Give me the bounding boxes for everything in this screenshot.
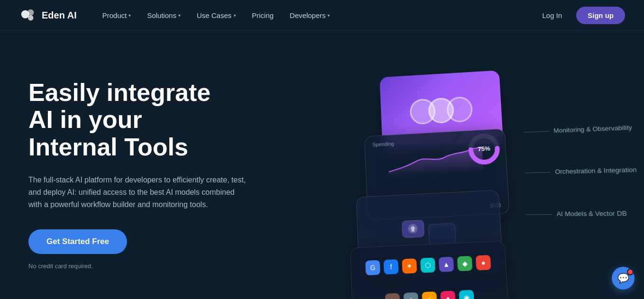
nav-item-developers[interactable]: Developers ▾ — [283, 8, 336, 23]
layer-bottom-card: G f ✦ ⬡ ▲ ◆ ● ☁ ★ ⚡ ♦ ◉ — [350, 241, 509, 299]
chat-widget[interactable]: 💬 — [612, 267, 635, 290]
chevron-down-icon: ▾ — [128, 13, 131, 18]
icon-dot: G — [365, 260, 380, 275]
signup-button[interactable]: Sign up — [576, 7, 625, 24]
donut-svg: 75% — [466, 132, 501, 166]
hero-title: Easily integrate AI in your Internal Too… — [28, 79, 275, 161]
nav-item-solutions[interactable]: Solutions ▾ — [140, 8, 187, 23]
label-monitoring: Monitoring & Observability — [553, 124, 634, 134]
icon-dot: ◉ — [459, 290, 474, 299]
icon-dot: ✦ — [402, 259, 417, 274]
label-orchestration: Orchestration & Integration — [554, 166, 636, 175]
logo-circles — [409, 96, 472, 125]
nav-actions: Log In Sign up — [535, 7, 625, 24]
get-started-button[interactable]: Get Started Free — [28, 229, 127, 254]
label-ai-models: AI Models & Vector DB — [556, 209, 640, 218]
svg-text:75%: 75% — [478, 145, 490, 153]
hero-description: The full-stack AI platform for developer… — [28, 174, 246, 211]
side-labels: Monitoring & Observability Orchestration… — [553, 124, 639, 217]
brand-name: Eden AI — [42, 10, 77, 21]
hero-visual: Spending — [275, 50, 616, 299]
nav-item-use-cases[interactable]: Use Cases ▾ — [190, 8, 242, 23]
donut-chart: 75% — [466, 132, 501, 168]
no-credit-card-text: No credit card required. — [28, 263, 275, 270]
icon-dot: f — [383, 259, 399, 274]
login-button[interactable]: Log In — [535, 8, 569, 23]
iso-stack: Spending — [352, 64, 546, 289]
icon-dot: ▲ — [438, 257, 454, 272]
chat-icon: 💬 — [617, 272, 629, 284]
icon-dot: ● — [475, 255, 491, 271]
hero-text: Easily integrate AI in your Internal Too… — [28, 79, 275, 270]
logo[interactable]: Eden AI — [19, 6, 77, 24]
nav-item-product[interactable]: Product ▾ — [96, 8, 138, 23]
nav-links: Product ▾ Solutions ▾ Use Cases ▾ Pricin… — [96, 8, 536, 23]
navigation: Eden AI Product ▾ Solutions ▾ Use Cases … — [0, 0, 644, 31]
chevron-down-icon: ▾ — [327, 13, 330, 18]
chevron-down-icon: ▾ — [178, 13, 181, 18]
svg-point-1 — [27, 9, 34, 16]
icon-dot: ★ — [403, 292, 418, 299]
nav-item-pricing[interactable]: Pricing — [245, 8, 281, 23]
icon-dot: ⚡ — [422, 291, 437, 299]
icon-dot: ◆ — [457, 256, 472, 272]
hero-section: Easily integrate AI in your Internal Too… — [0, 31, 644, 299]
chevron-down-icon: ▾ — [234, 13, 236, 18]
icon-dot: ☁ — [385, 293, 400, 299]
svg-point-2 — [28, 15, 33, 20]
icon-dot: ⬡ — [420, 258, 435, 273]
logo-icon — [19, 6, 37, 24]
icon-dot: ♦ — [440, 290, 455, 299]
